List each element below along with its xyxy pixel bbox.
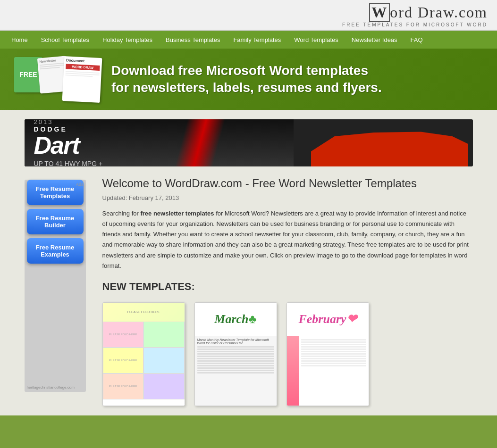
article: Welcome to WordDraw.com - Free Word News… [102, 176, 473, 406]
new-templates-heading: NEW TEMPLATES: [102, 281, 473, 293]
tmpl1-cell-blue [143, 348, 185, 373]
logo: Word Draw.com FREE TEMPLATES FOR MICROSO… [342, 3, 488, 27]
banner-line2: for newsletters, labels, resumes and fly… [111, 79, 382, 96]
nav-home[interactable]: Home [5, 33, 34, 47]
ad-car-image [311, 129, 468, 166]
tmpl1-cell-pink: PLEASE FOLD HERE [103, 322, 144, 348]
tmpl3-sidebar-accent [287, 336, 299, 406]
nav-newsletter-ideas[interactable]: Newsletter Ideas [345, 33, 404, 47]
content-wrapper: Ads Free Resume Templates Free Resume Bu… [25, 176, 473, 406]
main-wrapper: 2013 DODGE Dart UP TO 41 HWY MPG + Ads F… [0, 110, 497, 415]
ad-domain: heritagechristiancollege.com [27, 385, 75, 390]
tmpl1-cell-green [143, 322, 185, 348]
sidebar-ad-label: Ads [76, 182, 84, 187]
ad-model: Dart [34, 133, 284, 158]
nav-word-templates[interactable]: Word Templates [287, 33, 345, 47]
tmpl2-body: March Monthly Newsletter Template for Mi… [195, 336, 277, 406]
ad-mpg: UP TO 41 HWY MPG + [34, 160, 284, 166]
ad-year: 2013 [34, 119, 284, 125]
tmpl1-row1: PLEASE FOLD HERE [103, 322, 185, 348]
template-2-march-newsletter[interactable]: March♣ March Monthly Newsletter Template… [194, 302, 277, 406]
article-title: Welcome to WordDraw.com - Free Word News… [102, 176, 473, 191]
free-resume-builder-btn[interactable]: Free Resume Builder [27, 209, 84, 234]
sidebar: Ads Free Resume Templates Free Resume Bu… [25, 176, 93, 406]
tmpl1-cell-purple [143, 373, 185, 399]
tmpl1-row3: PLEASE FOLD HERE [103, 373, 185, 399]
nav-faq[interactable]: FAQ [404, 33, 430, 47]
logo-subtitle: FREE TEMPLATES FOR MICROSOFT WORD [342, 22, 488, 27]
tmpl3-content [299, 336, 369, 406]
tmpl3-header: February❤ [287, 303, 369, 336]
templates-grid: PLEASE FOLD HERE PLEASE FOLD HERE PLEASE… [102, 302, 473, 406]
ad-banner[interactable]: 2013 DODGE Dart UP TO 41 HWY MPG + [25, 119, 473, 166]
nav-family-templates[interactable]: Family Templates [227, 33, 287, 47]
sidebar-ad: Ads Free Resume Templates Free Resume Bu… [25, 180, 86, 392]
tmpl1-header: PLEASE FOLD HERE [103, 303, 185, 322]
updated-date: Updated: February 17, 2013 [102, 194, 473, 201]
banner-line1: Download free Microsoft Word templates [111, 62, 382, 79]
logo-text: Word Draw.com [369, 3, 488, 22]
nav-school-templates[interactable]: School Templates [34, 33, 96, 47]
tmpl1-cell-orange: PLEASE FOLD HERE [103, 373, 144, 399]
template-1-colorful-labels[interactable]: PLEASE FOLD HERE PLEASE FOLD HERE PLEASE… [102, 302, 185, 406]
site-header: Word Draw.com FREE TEMPLATES FOR MICROSO… [0, 0, 497, 31]
banner-tagline: Download free Microsoft Word templates f… [111, 62, 382, 97]
main-doc-icon: Document WORD DRAW [62, 56, 102, 102]
article-body: Searching for free newsletter templates … [102, 208, 473, 271]
free-resume-examples-btn[interactable]: Free Resume Examples [27, 238, 84, 264]
main-nav: Home School Templates Holiday Templates … [0, 31, 497, 49]
nav-holiday-templates[interactable]: Holiday Templates [96, 33, 159, 47]
nav-business-templates[interactable]: Business Templates [159, 33, 227, 47]
ad-content: 2013 DODGE Dart UP TO 41 HWY MPG + [25, 119, 294, 166]
tmpl3-body [287, 336, 369, 406]
tmpl2-header: March♣ [195, 303, 277, 336]
template-3-february-newsletter[interactable]: February❤ [286, 302, 369, 406]
free-resume-templates-btn[interactable]: Free Resume Templates [27, 180, 84, 205]
tmpl1-cell-yellow: PLEASE FOLD HERE [103, 348, 144, 373]
banner-icons: FREE Newsletter Document WORD DRAW [14, 57, 97, 102]
tmpl1-row2: PLEASE FOLD HERE [103, 348, 185, 373]
logo-bracket: W [369, 3, 390, 22]
hero-banner: FREE Newsletter Document WORD DRAW Downl… [0, 49, 497, 110]
